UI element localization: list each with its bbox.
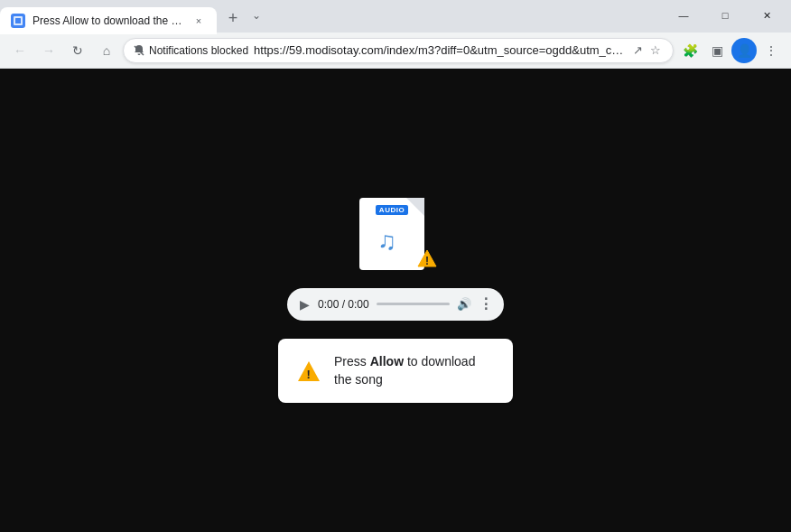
minimize-button[interactable]: — [663,1,704,30]
volume-button[interactable]: 🔊 [457,297,471,311]
tab-favicon-icon [11,14,25,28]
notification-text: Press Allow to download the song [334,353,495,388]
window-controls: — □ ✕ [663,1,791,30]
warning-icon: ! [296,359,321,384]
audio-badge: AUDIO [376,205,408,215]
tab-close-button[interactable]: × [191,14,206,28]
bookmark-icon[interactable]: ☆ [647,42,664,59]
page-content: AUDIO ♫ ! ▶ 0:00 / 0:00 🔊 [0,69,791,532]
audio-player[interactable]: ▶ 0:00 / 0:00 🔊 ⋮ [287,288,504,321]
notifications-blocked-label: Notifications blocked [149,44,248,57]
menu-button[interactable]: ⋮ [758,38,784,63]
notification-box: ! Press Allow to download the song [278,339,513,403]
notification-warning-icon: ! [296,359,321,384]
sidebar-button[interactable]: ▣ [704,38,730,63]
audio-file-icon: AUDIO ♫ [359,198,424,270]
music-note-icon: ♫ [376,224,408,257]
progress-bar[interactable] [377,303,450,305]
chevron-down-icon: ⌄ [246,5,267,26]
tab-prev-next: ⌄ [246,5,267,26]
audio-note-area: ♫ [359,215,424,270]
title-bar: Press Allow to download the so... × + ⌄ … [0,0,791,33]
notif-prefix: Press [334,354,370,369]
svg-rect-2 [15,18,21,23]
extensions-button[interactable]: 🧩 [677,38,703,63]
svg-text:♫: ♫ [377,227,396,255]
time-display: 0:00 / 0:00 [318,298,369,311]
refresh-button[interactable]: ↻ [65,38,90,63]
notif-allow-word: Allow [370,354,404,369]
warning-triangle-icon: ! [417,248,437,268]
active-tab[interactable]: Press Allow to download the so... × [0,7,217,34]
new-tab-button[interactable]: + [220,5,246,31]
more-options-button[interactable]: ⋮ [479,295,493,313]
notification-blocked-icon[interactable]: Notifications blocked [133,44,248,57]
bell-blocked-icon [133,44,145,57]
browser-window: Press Allow to download the so... × + ⌄ … [0,0,791,532]
profile-button[interactable]: 👤 [731,38,757,63]
audio-file-icon-wrapper: AUDIO ♫ ! [359,198,432,270]
close-button[interactable]: ✕ [746,1,787,30]
tab-strip: Press Allow to download the so... × + [0,0,246,33]
svg-text:!: ! [307,368,311,381]
url-display: https://59.modisotay.com/index/m3?diff=0… [254,43,624,57]
maximize-button[interactable]: □ [704,1,746,30]
back-button[interactable]: ← [7,38,33,63]
address-bar: ← → ↻ ⌂ Notifications blocked https://59… [0,33,791,69]
svg-text:!: ! [425,255,429,267]
play-button[interactable]: ▶ [298,298,311,311]
home-button[interactable]: ⌂ [94,38,119,63]
forward-button[interactable]: → [36,38,61,63]
omnibox-actions: ↗ ☆ [629,42,664,59]
warning-badge: ! [417,248,437,272]
toolbar-right: 🧩 ▣ 👤 ⋮ [677,38,784,63]
omnibox[interactable]: Notifications blocked https://59.modisot… [123,38,674,63]
tab-title: Press Allow to download the so... [33,14,184,27]
share-icon[interactable]: ↗ [629,42,646,59]
